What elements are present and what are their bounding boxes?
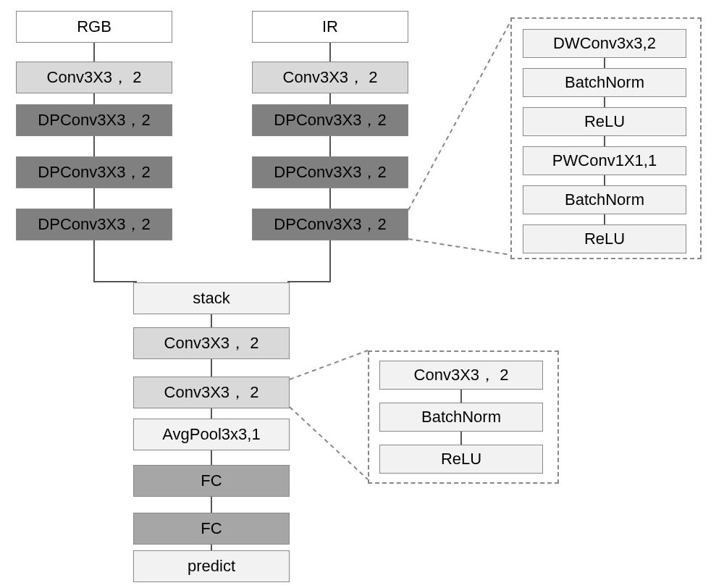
dashed-connector-dp	[408, 210, 510, 261]
node-fc-1: FC	[133, 465, 290, 497]
detail-conv-conv: Conv3X3， 2	[379, 361, 543, 390]
node-dpconv-left-2: DPConv3X3，2	[16, 156, 172, 188]
conn	[211, 450, 212, 465]
svg-line-2	[290, 350, 368, 379]
conn	[211, 314, 212, 327]
detail-dp-dwconv: DWConv3x3,2	[523, 29, 686, 58]
svg-line-3	[290, 407, 368, 479]
detail-conv-relu: ReLU	[379, 445, 543, 474]
dashed-connector-conv	[290, 350, 368, 481]
node-rgb-input: RGB	[16, 11, 172, 43]
detail-dp-pwconv: PWConv1X1,1	[523, 146, 686, 175]
node-conv-left-1: Conv3X3， 2	[16, 62, 172, 93]
node-conv-right-1: Conv3X3， 2	[252, 62, 408, 93]
conn	[460, 432, 462, 445]
node-predict: predict	[133, 550, 290, 582]
conn	[604, 97, 605, 107]
detail-conv-bn: BatchNorm	[379, 403, 543, 432]
conn	[211, 408, 212, 419]
conn	[93, 240, 95, 282]
conn	[329, 188, 331, 209]
conn	[604, 58, 605, 68]
conn	[93, 188, 95, 209]
conn	[329, 43, 331, 62]
node-dpconv-left-1: DPConv3X3，2	[16, 104, 172, 136]
node-ir-input: IR	[252, 11, 408, 43]
detail-dp-bn2: BatchNorm	[523, 185, 686, 214]
node-avgpool: AvgPool3x3,1	[133, 419, 290, 450]
node-conv-merge-1: Conv3X3， 2	[133, 327, 290, 359]
node-dpconv-right-2: DPConv3X3，2	[252, 156, 408, 188]
conn	[93, 281, 137, 282]
conn	[329, 136, 331, 156]
conn	[460, 390, 462, 403]
detail-dp-relu1: ReLU	[523, 107, 686, 136]
conn	[604, 136, 605, 146]
conn	[211, 545, 212, 550]
node-fc-2: FC	[133, 513, 290, 545]
node-dpconv-right-1: DPConv3X3，2	[252, 104, 408, 136]
conn	[329, 93, 331, 104]
conn	[604, 214, 605, 224]
svg-line-1	[408, 239, 510, 255]
node-dpconv-left-3: DPConv3X3，2	[16, 209, 172, 240]
conn	[93, 43, 95, 62]
conn	[93, 93, 95, 104]
conn	[604, 175, 605, 185]
svg-line-0	[408, 22, 510, 210]
conn	[287, 281, 331, 282]
conn	[329, 240, 331, 282]
detail-dp-relu2: ReLU	[523, 224, 686, 253]
node-dpconv-right-3: DPConv3X3，2	[252, 209, 408, 240]
detail-dp-bn1: BatchNorm	[523, 68, 686, 97]
node-stack: stack	[133, 282, 290, 314]
conn	[211, 497, 212, 513]
node-conv-merge-2: Conv3X3， 2	[133, 377, 290, 408]
conn	[93, 136, 95, 156]
conn	[211, 359, 212, 377]
